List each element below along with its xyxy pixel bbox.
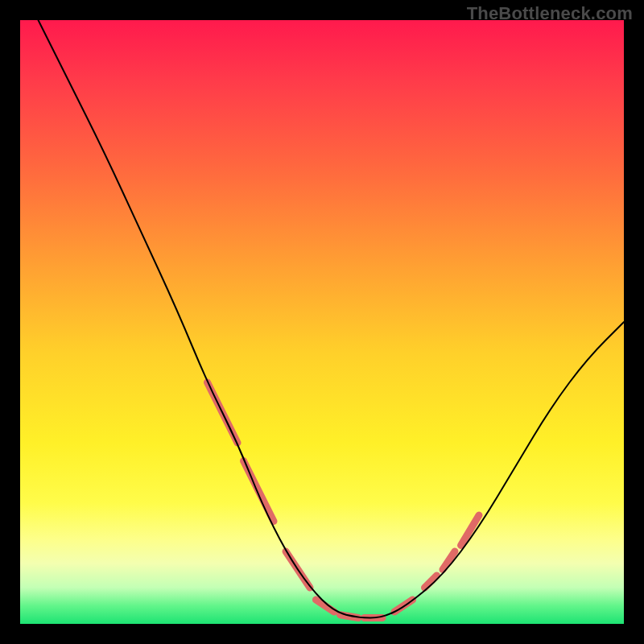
bottleneck-curve — [39, 20, 625, 618]
highlight-layer — [208, 382, 480, 618]
plot-area — [20, 20, 624, 624]
watermark-text: TheBottleneck.com — [467, 3, 633, 24]
chart-frame: TheBottleneck.com — [0, 0, 644, 644]
chart-svg — [20, 20, 624, 624]
